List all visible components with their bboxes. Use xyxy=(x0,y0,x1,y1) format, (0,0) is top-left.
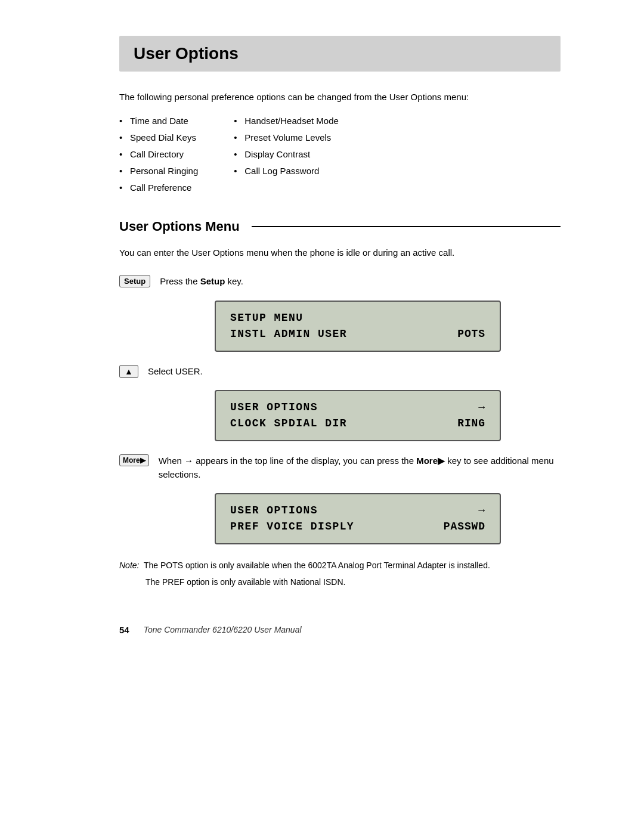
step-3-text: When → appears in the top line of the di… xyxy=(159,453,561,481)
footer: 54 Tone Commander 6210/6220 User Manual xyxy=(119,625,561,635)
setup-key: Setup xyxy=(119,275,150,287)
footer-page-number: 54 xyxy=(119,625,129,635)
lcd3-row2: PREF VOICE DISPLY PASSWD xyxy=(230,519,485,535)
lcd3-row1-left: USER OPTIONS xyxy=(230,503,318,519)
more-key: More▶ xyxy=(119,454,149,466)
note-1-text: The POTS option is only available when t… xyxy=(141,561,490,570)
heading-divider xyxy=(252,226,561,227)
lcd2-row1-right: → xyxy=(478,400,485,416)
page-title: User Options xyxy=(134,44,546,63)
page: User Options The following personal pref… xyxy=(0,0,644,833)
list-item: Preset Volume Levels xyxy=(234,131,339,145)
arrow-up-key: ▲ xyxy=(119,365,138,378)
note-2: The PREF option is only available with N… xyxy=(119,575,561,589)
step-1-row: Setup Press the Setup key. xyxy=(119,274,561,289)
bullet-list-right: Handset/Headset Mode Preset Volume Level… xyxy=(234,114,339,197)
lcd1-row2-left: INSTL ADMIN USER xyxy=(230,326,347,342)
note-1: Note: The POTS option is only available … xyxy=(119,559,561,572)
step-2-row: ▲ Select USER. xyxy=(119,364,561,379)
lcd3-row2-left: PREF VOICE DISPLY xyxy=(230,519,354,535)
bullet-list-left: Time and Date Speed Dial Keys Call Direc… xyxy=(119,114,198,197)
list-item: Display Contrast xyxy=(234,147,339,162)
list-item: Time and Date xyxy=(119,114,198,128)
lcd1-row2-right: POTS xyxy=(457,326,485,342)
note-section: Note: The POTS option is only available … xyxy=(119,559,561,589)
lcd2-row2-right: RING xyxy=(457,416,485,432)
step-3-row: More▶ When → appears in the top line of … xyxy=(119,453,561,481)
section-intro: You can enter the User Options menu when… xyxy=(119,246,561,260)
lcd3-row1: USER OPTIONS → xyxy=(230,503,485,519)
lcd-display-3: USER OPTIONS → PREF VOICE DISPLY PASSWD xyxy=(215,493,501,544)
title-banner: User Options xyxy=(119,36,561,72)
lcd2-row1-left: USER OPTIONS xyxy=(230,400,318,416)
setup-bold: Setup xyxy=(200,276,225,286)
section-title: User Options Menu xyxy=(119,219,240,234)
lcd-display-2: USER OPTIONS → CLOCK SPDIAL DIR RING xyxy=(215,390,501,441)
bullet-columns: Time and Date Speed Dial Keys Call Direc… xyxy=(119,114,561,197)
lcd1-row1-left: SETUP MENU xyxy=(230,310,303,326)
intro-text: The following personal preference option… xyxy=(119,91,561,104)
list-item: Personal Ringing xyxy=(119,164,198,178)
note-label: Note: xyxy=(119,561,139,570)
list-item: Speed Dial Keys xyxy=(119,131,198,145)
list-item: Call Log Password xyxy=(234,164,339,178)
lcd2-row2: CLOCK SPDIAL DIR RING xyxy=(230,416,485,432)
lcd-display-1: SETUP MENU INSTL ADMIN USER POTS xyxy=(215,301,501,352)
more-bold: More▶ xyxy=(416,456,445,466)
step-2-text: Select USER. xyxy=(148,364,203,379)
lcd2-row2-left: CLOCK SPDIAL DIR xyxy=(230,416,347,432)
lcd2-row1: USER OPTIONS → xyxy=(230,400,485,416)
lcd3-row1-right: → xyxy=(478,503,485,519)
section-heading: User Options Menu xyxy=(119,219,561,234)
list-item: Call Directory xyxy=(119,147,198,162)
list-item: Call Preference xyxy=(119,181,198,195)
lcd3-row2-right: PASSWD xyxy=(444,519,485,535)
note-2-text: The PREF option is only available with N… xyxy=(145,577,345,587)
lcd1-row2: INSTL ADMIN USER POTS xyxy=(230,326,485,342)
step-1-text: Press the Setup key. xyxy=(160,274,243,289)
note-label-text: Note: xyxy=(119,561,139,570)
lcd1-row1: SETUP MENU xyxy=(230,310,485,326)
list-item: Handset/Headset Mode xyxy=(234,114,339,128)
footer-document-title: Tone Commander 6210/6220 User Manual xyxy=(144,625,302,634)
